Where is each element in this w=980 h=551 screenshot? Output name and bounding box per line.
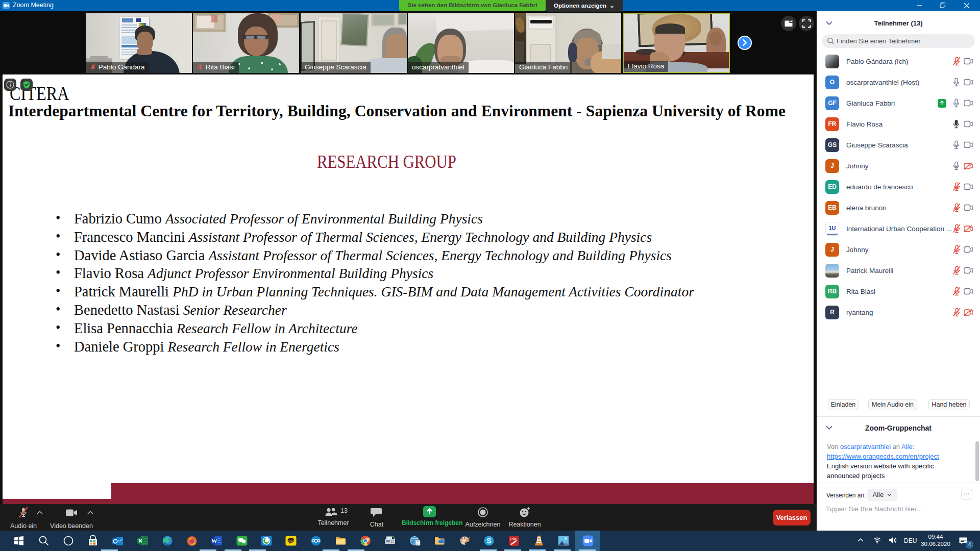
svg-text:TALK: TALK <box>287 539 295 542</box>
svg-text:S: S <box>486 537 491 545</box>
